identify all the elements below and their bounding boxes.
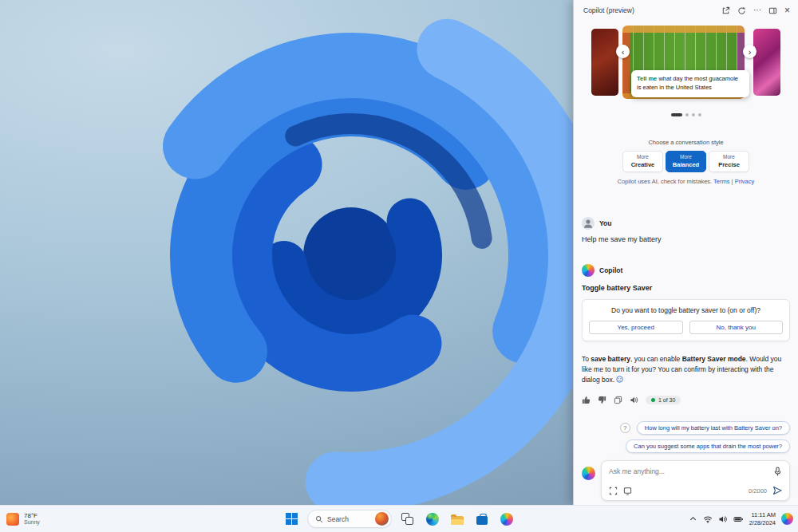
screenshot-button[interactable] xyxy=(609,487,618,495)
add-image-button[interactable] xyxy=(623,487,632,495)
open-external-button[interactable] xyxy=(721,6,730,15)
weather-widget[interactable]: 78°F Sunny xyxy=(6,506,40,532)
battery-button[interactable] xyxy=(733,514,744,524)
microphone-icon xyxy=(773,467,782,476)
layout-button[interactable] xyxy=(768,6,777,15)
more-options-button[interactable]: ··· xyxy=(753,6,761,14)
carousel-image-right[interactable] xyxy=(753,29,780,96)
thumbs-up-button[interactable] xyxy=(582,396,591,404)
screen: Copilot (preview) ··· × xyxy=(0,0,798,532)
carousel-next-button[interactable]: › xyxy=(743,45,757,58)
yes-proceed-button[interactable]: Yes, proceed xyxy=(589,321,683,334)
carousel-dot[interactable] xyxy=(685,113,689,116)
edge-button[interactable] xyxy=(424,510,441,529)
search-label: Search xyxy=(327,515,371,523)
refresh-icon xyxy=(737,6,746,15)
user-message-block: You Help me save my battery xyxy=(582,217,790,243)
suggestion-chip[interactable]: How long will my battery last with Batte… xyxy=(637,421,790,435)
copy-icon xyxy=(614,396,622,404)
copilot-header-actions: ··· × xyxy=(721,6,790,15)
weather-temp: 78°F xyxy=(24,512,40,520)
volume-button[interactable] xyxy=(718,514,728,524)
style-creative-button[interactable]: More Creative xyxy=(622,151,663,172)
taskbar-center: Search xyxy=(282,506,516,532)
send-icon xyxy=(772,486,782,495)
copilot-name: Copilot xyxy=(599,266,622,274)
taskbar: 78°F Sunny Search xyxy=(0,505,798,532)
copilot-message-block: Copilot Toggle battery Saver Do you want… xyxy=(582,264,790,455)
style-precise-button[interactable]: More Precise xyxy=(709,151,749,172)
dialog-question: Do you want to toggle battery saver to (… xyxy=(589,306,783,314)
close-button[interactable]: × xyxy=(784,6,790,15)
user-message: Help me save my battery xyxy=(582,235,790,243)
ai-disclaimer: Copilot uses AI, check for mistakes. Ter… xyxy=(574,178,798,185)
open-external-icon xyxy=(721,6,730,15)
tray-overflow-button[interactable] xyxy=(689,514,697,523)
microphone-button[interactable] xyxy=(773,467,782,476)
tray-date: 2/28/2024 xyxy=(749,519,776,527)
copilot-title: Copilot (preview) xyxy=(583,6,634,14)
conversation-style-picker: More Creative More Balanced More Precise xyxy=(574,151,798,172)
tray-time: 11:11 AM xyxy=(751,511,776,519)
clock[interactable]: 11:11 AM 2/28/2024 xyxy=(749,511,776,527)
no-thank-you-button[interactable]: No, thank you xyxy=(689,321,784,334)
copilot-panel: Copilot (preview) ··· × xyxy=(573,0,798,505)
thumbs-down-button[interactable] xyxy=(598,396,606,404)
microsoft-store-button[interactable] xyxy=(473,510,491,529)
taskbar-search[interactable]: Search xyxy=(307,510,392,528)
suggestion-chip[interactable]: Can you suggest some apps that drain the… xyxy=(626,439,790,453)
file-explorer-icon xyxy=(451,516,464,525)
copilot-content: ‹ › Tell me what day the most guacamole … xyxy=(574,21,798,455)
battery-icon xyxy=(733,514,744,524)
refresh-button[interactable] xyxy=(737,6,746,15)
volume-icon xyxy=(718,514,728,524)
response-heading: Toggle battery Saver xyxy=(582,284,790,292)
page-indicator-badge: 1 of 30 xyxy=(646,396,681,404)
read-aloud-button[interactable] xyxy=(630,396,638,404)
task-view-button[interactable] xyxy=(399,510,417,529)
copilot-header: Copilot (preview) ··· × xyxy=(574,0,798,21)
thumbs-up-icon xyxy=(582,396,591,404)
user-avatar xyxy=(582,217,595,230)
screenshot-icon xyxy=(609,487,618,495)
followup-suggestions: ? How long will my battery last with Bat… xyxy=(582,421,790,455)
chat-area: You Help me save my battery Copilot Togg… xyxy=(574,217,798,455)
question-mark-icon[interactable]: ? xyxy=(620,423,630,433)
user-name: You xyxy=(599,219,611,227)
carousel-suggestion-card[interactable]: Tell me what day the most guacamole is e… xyxy=(631,70,749,97)
carousel-dot[interactable] xyxy=(692,113,695,116)
suggestion-carousel: ‹ › Tell me what day the most guacamole … xyxy=(591,26,780,102)
terms-link[interactable]: Terms xyxy=(713,178,729,185)
carousel-prev-button[interactable]: ‹ xyxy=(616,45,630,58)
start-button[interactable] xyxy=(282,510,300,529)
weather-condition: Sunny xyxy=(24,519,40,526)
thumbs-down-icon xyxy=(598,396,606,404)
search-icon xyxy=(315,515,323,523)
copilot-avatar-icon xyxy=(582,264,595,277)
task-view-icon xyxy=(401,513,414,526)
status-dot-icon xyxy=(651,398,655,402)
chevron-up-icon xyxy=(689,514,697,523)
microsoft-store-icon xyxy=(476,516,488,525)
privacy-link[interactable]: Privacy xyxy=(735,178,755,185)
copy-button[interactable] xyxy=(614,396,622,404)
system-tray: 11:11 AM 2/28/2024 xyxy=(689,506,793,532)
copilot-icon xyxy=(500,513,513,526)
image-icon xyxy=(623,487,632,495)
copilot-logo-icon xyxy=(582,467,595,480)
wifi-icon xyxy=(703,514,713,524)
send-button[interactable] xyxy=(772,486,782,495)
smiling-face-emoji-icon xyxy=(616,376,623,383)
carousel-image-left[interactable] xyxy=(591,29,618,96)
carousel-dot-active[interactable] xyxy=(671,113,682,116)
copilot-tray-button[interactable] xyxy=(781,513,793,525)
style-balanced-button[interactable]: More Balanced xyxy=(666,151,706,172)
wifi-button[interactable] xyxy=(703,514,713,524)
copilot-taskbar-button[interactable] xyxy=(498,510,516,529)
file-explorer-button[interactable] xyxy=(448,510,466,529)
suggestion-highlight: Tell me xyxy=(637,75,657,82)
character-counter: 0/2000 xyxy=(749,487,767,495)
carousel-dot[interactable] xyxy=(698,113,701,116)
speaker-icon xyxy=(630,396,638,404)
chat-input[interactable] xyxy=(609,467,768,475)
